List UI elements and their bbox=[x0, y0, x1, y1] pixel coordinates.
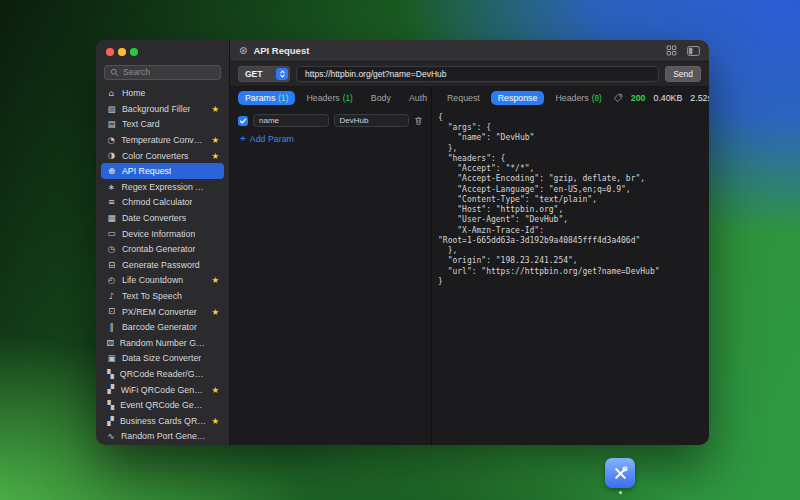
grid-view-icon[interactable] bbox=[666, 45, 677, 56]
sidebar-item-label: Life Countdown bbox=[122, 275, 183, 285]
sidebar-item-rsa-key-generator[interactable]: ⊶ RSA Key Generator ★ bbox=[101, 444, 224, 445]
sidebar-item-event-qrcode-generator[interactable]: ▚ Event QRCode Generator ★ bbox=[101, 397, 224, 413]
sidebar-item-label: API Request bbox=[122, 166, 171, 176]
zoom-button[interactable] bbox=[130, 48, 138, 56]
tab-response[interactable]: Response bbox=[491, 91, 545, 105]
regex-icon: ∗ bbox=[106, 183, 116, 192]
sidebar-item-label: Device Information bbox=[122, 229, 195, 239]
running-indicator-dot bbox=[619, 491, 622, 494]
clock-icon: ◷ bbox=[106, 245, 117, 254]
sidebar-item-regex-expression-test[interactable]: ∗ Regex Expression Test ★ bbox=[101, 179, 224, 195]
tab-count-badge: (8) bbox=[592, 93, 602, 103]
sidebar-item-label: Text To Speech bbox=[122, 291, 182, 301]
sidebar-item-chmod-calculator[interactable]: ≡ Chmod Calculator ★ bbox=[101, 195, 224, 211]
sidebar-item-px-rem-converter[interactable]: ⊡ PX/REM Converter ★ bbox=[101, 304, 224, 320]
image-icon: ▧ bbox=[106, 105, 117, 114]
sidebar-item-label: Data Size Converter bbox=[122, 353, 201, 363]
port-icon: ∿ bbox=[106, 432, 116, 441]
sidebar-item-life-countdown[interactable]: ◴ Life Countdown ★ bbox=[101, 273, 224, 289]
search-placeholder: Search bbox=[123, 67, 150, 77]
sidebar-item-background-filler[interactable]: ▧ Background Filler ★ bbox=[101, 101, 224, 117]
text-card-icon: ▤ bbox=[106, 120, 117, 129]
sidebar-item-random-number-generator[interactable]: ⚄ Random Number Generator ★ bbox=[101, 335, 224, 351]
sidebar-item-barcode-generator[interactable]: ‖ Barcode Generator ★ bbox=[101, 319, 224, 335]
tab-auth[interactable]: Auth bbox=[402, 91, 434, 105]
timer-icon: ◴ bbox=[106, 276, 117, 285]
send-button[interactable]: Send bbox=[665, 66, 701, 82]
sidebar-item-home[interactable]: ⌂ Home ★ bbox=[101, 86, 224, 102]
method-select[interactable]: GET bbox=[238, 66, 290, 82]
favorite-star-icon: ★ bbox=[211, 416, 219, 426]
window-titlebar: ⊛ API Request bbox=[230, 40, 709, 62]
barcode-icon: ‖ bbox=[106, 323, 117, 332]
password-field-icon: ⊟ bbox=[106, 261, 117, 270]
url-input[interactable]: https://httpbin.org/get?name=DevHub bbox=[296, 66, 659, 82]
sidebar-item-label: QRCode Reader/Generator bbox=[120, 369, 207, 379]
dock-app-icon[interactable] bbox=[605, 458, 635, 488]
close-button[interactable] bbox=[106, 48, 114, 56]
sidebar-item-generate-password[interactable]: ⊟ Generate Password ★ bbox=[101, 257, 224, 273]
tag-icon bbox=[613, 93, 623, 103]
tab-params[interactable]: Params (1) bbox=[238, 91, 295, 105]
sidebar-item-label: Event QRCode Generator bbox=[120, 400, 206, 410]
sidebar-item-text-to-speech[interactable]: ♪ Text To Speech ★ bbox=[101, 288, 224, 304]
sidebar-item-label: Crontab Generator bbox=[122, 244, 195, 254]
home-icon: ⌂ bbox=[106, 89, 117, 98]
response-size: 0.40KB bbox=[653, 93, 682, 103]
ruler-icon: ⊡ bbox=[106, 307, 117, 316]
sidebar-item-label: Background Filler bbox=[122, 104, 190, 114]
minimize-button[interactable] bbox=[118, 48, 126, 56]
sidebar-item-api-request[interactable]: ⊛ API Request ★ bbox=[101, 163, 224, 179]
toggle-sidebar-icon[interactable] bbox=[687, 46, 700, 56]
request-response-split: Params (1) Headers (1) Body bbox=[230, 87, 709, 445]
sidebar-item-business-cards-qrcode[interactable]: ▞ Business Cards QRCode... ★ bbox=[101, 413, 224, 429]
calendar-icon: ▦ bbox=[106, 214, 117, 223]
tab-headers-request[interactable]: Headers (1) bbox=[299, 91, 359, 105]
sidebar-item-label: Temperature Converter bbox=[121, 135, 206, 145]
sidebar-item-label: WiFi QRCode Generator bbox=[121, 385, 207, 395]
tools-icon bbox=[611, 464, 630, 483]
add-param-button[interactable]: + Add Param bbox=[240, 134, 431, 144]
status-code: 200 bbox=[631, 93, 646, 103]
sidebar-item-label: Random Port Generator bbox=[121, 431, 206, 441]
sidebar: Search ⌂ Home ★ ▧ Background Filler ★ bbox=[96, 40, 230, 445]
method-value: GET bbox=[245, 69, 262, 79]
sidebar-item-qrcode-reader-generator[interactable]: ▚ QRCode Reader/Generator ★ bbox=[101, 366, 224, 382]
sidebar-tool-list: ⌂ Home ★ ▧ Background Filler ★ ▤ Text Ca… bbox=[96, 86, 229, 446]
thermometer-icon: ◔ bbox=[106, 136, 116, 145]
globe-network-icon: ⊛ bbox=[106, 167, 117, 176]
sidebar-item-random-port-generator[interactable]: ∿ Random Port Generator ★ bbox=[101, 429, 224, 445]
param-checkbox[interactable] bbox=[238, 116, 248, 126]
dice-icon: ⚄ bbox=[106, 339, 115, 348]
response-body: { "args": { "name": "DevHub" }, "headers… bbox=[432, 109, 709, 445]
speech-icon: ♪ bbox=[106, 292, 117, 301]
sidebar-item-wifi-qrcode-generator[interactable]: ▞ WiFi QRCode Generator ★ bbox=[101, 382, 224, 398]
sidebar-item-label: PX/REM Converter bbox=[122, 307, 197, 317]
sidebar-item-label: Barcode Generator bbox=[122, 322, 197, 332]
delete-param-icon[interactable] bbox=[414, 116, 423, 126]
tab-request[interactable]: Request bbox=[440, 91, 487, 105]
sidebar-item-data-size-converter[interactable]: ▣ Data Size Converter ★ bbox=[101, 351, 224, 367]
sidebar-item-device-information[interactable]: ▭ Device Information ★ bbox=[101, 226, 224, 242]
param-row: name DevHub bbox=[238, 114, 423, 127]
search-input[interactable]: Search bbox=[104, 65, 221, 80]
add-param-label: Add Param bbox=[250, 134, 294, 144]
sidebar-item-text-card[interactable]: ▤ Text Card ★ bbox=[101, 117, 224, 133]
tab-headers-response[interactable]: Headers (8) bbox=[548, 91, 608, 105]
sidebar-item-crontab-generator[interactable]: ◷ Crontab Generator ★ bbox=[101, 241, 224, 257]
favorite-star-icon: ★ bbox=[211, 385, 219, 395]
param-value-input[interactable]: DevHub bbox=[334, 114, 410, 127]
favorite-star-icon: ★ bbox=[211, 307, 219, 317]
sidebar-item-color-converters[interactable]: ◑ Color Converters ★ bbox=[101, 148, 224, 164]
plus-icon: + bbox=[240, 134, 246, 144]
favorite-star-icon: ★ bbox=[211, 104, 219, 114]
tab-body[interactable]: Body bbox=[364, 91, 398, 105]
palette-icon: ◑ bbox=[106, 151, 117, 160]
sidebar-item-temperature-converter[interactable]: ◔ Temperature Converter ★ bbox=[101, 132, 224, 148]
sidebar-item-date-converters[interactable]: ▦ Date Converters ★ bbox=[101, 210, 224, 226]
response-status: 200 0.40KB 2.52s bbox=[613, 93, 709, 103]
sidebar-item-label: Random Number Generator bbox=[120, 338, 207, 348]
response-pane: Request Response Headers (8) bbox=[432, 87, 709, 445]
param-key-input[interactable]: name bbox=[253, 114, 329, 127]
main-area: ⊛ API Request bbox=[230, 40, 709, 445]
